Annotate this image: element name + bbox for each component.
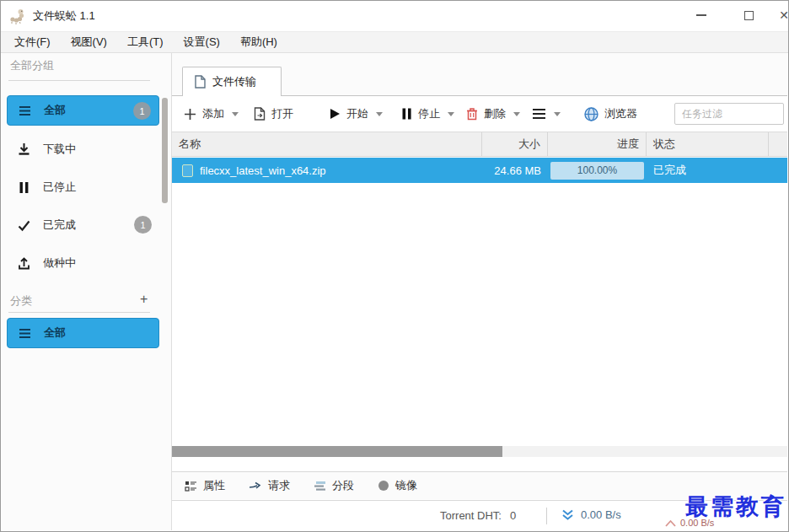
tab-label: 请求 bbox=[268, 478, 290, 493]
scrollbar-thumb[interactable] bbox=[172, 446, 502, 457]
chevron-down-icon bbox=[448, 112, 454, 116]
toolbar: 添加 打开 开始 停止 bbox=[172, 96, 787, 132]
tab-segments[interactable]: 分段 bbox=[314, 478, 354, 493]
sidebar-item-label: 做种中 bbox=[43, 255, 76, 271]
categories-header: 分类 bbox=[10, 293, 32, 309]
trash-icon bbox=[466, 107, 478, 121]
pause-icon bbox=[401, 108, 412, 120]
plus-icon bbox=[184, 108, 196, 121]
menu-file[interactable]: 文件(F) bbox=[8, 32, 59, 52]
menu-settings[interactable]: 设置(S) bbox=[177, 32, 228, 52]
dht-value: 0 bbox=[510, 509, 516, 522]
download-speed-status: 0.00 B/s bbox=[561, 508, 621, 521]
menu-help[interactable]: 帮助(H) bbox=[233, 32, 286, 52]
task-table: 名称 大小 进度 状态 filecxx_latest_win_x64.zip 2… bbox=[172, 132, 787, 446]
tab-properties[interactable]: 属性 bbox=[185, 478, 225, 493]
start-label: 开始 bbox=[346, 106, 368, 121]
add-label: 添加 bbox=[202, 106, 224, 121]
sidebar-item-completed[interactable]: 已完成 1 bbox=[7, 210, 159, 240]
groups-header: 全部分组 bbox=[10, 58, 54, 73]
menu-bar: 文件(F) 视图(V) 工具(T) 设置(S) 帮助(H) bbox=[1, 31, 788, 53]
maximize-button[interactable] bbox=[734, 1, 763, 30]
tab-label: 镜像 bbox=[395, 478, 417, 493]
tab-label: 属性 bbox=[203, 478, 225, 493]
window-title: 文件蜈蚣 1.1 bbox=[33, 8, 95, 24]
chevron-down-icon bbox=[513, 112, 520, 116]
column-name[interactable]: 名称 bbox=[172, 132, 482, 156]
table-header: 名称 大小 进度 状态 bbox=[172, 132, 787, 157]
column-status[interactable]: 状态 bbox=[647, 132, 769, 156]
sidebar-item-label: 已停止 bbox=[43, 180, 76, 195]
more-menu-button[interactable] bbox=[532, 108, 561, 120]
horizontal-scrollbar[interactable] bbox=[172, 446, 787, 457]
play-icon bbox=[329, 108, 341, 120]
delete-label: 删除 bbox=[484, 106, 506, 121]
download-speed-value: 0.00 B/s bbox=[581, 508, 621, 521]
completed-count-badge: 1 bbox=[134, 216, 152, 234]
document-icon bbox=[195, 75, 206, 89]
sidebar-item-label: 全部 bbox=[44, 103, 66, 118]
close-icon: ✕ bbox=[779, 8, 788, 22]
sidebar-scrollbar[interactable] bbox=[162, 98, 168, 203]
sidebar-item-label: 已完成 bbox=[43, 218, 76, 233]
progress-bar: 100.00% bbox=[550, 162, 644, 180]
table-row[interactable]: filecxx_latest_win_x64.zip 24.66 MB 100.… bbox=[172, 158, 787, 183]
column-size[interactable]: 大小 bbox=[482, 132, 548, 156]
sidebar-item-stopped[interactable]: 已停止 bbox=[7, 172, 159, 202]
minimize-button[interactable] bbox=[687, 1, 716, 30]
column-progress[interactable]: 进度 bbox=[548, 132, 647, 156]
groups-separator bbox=[8, 80, 150, 81]
sidebar-category-all[interactable]: 全部 bbox=[7, 318, 159, 348]
sidebar-item-downloading[interactable]: 下载中 bbox=[7, 134, 159, 164]
categories-separator bbox=[8, 312, 150, 313]
upload-icon bbox=[17, 256, 31, 271]
cell-name: filecxx_latest_win_x64.zip bbox=[172, 158, 482, 183]
file-type-icon bbox=[182, 164, 193, 177]
watermark-text: 最需教育 bbox=[685, 492, 786, 522]
cell-size: 24.66 MB bbox=[482, 158, 548, 183]
add-category-button[interactable]: + bbox=[140, 292, 148, 307]
delete-button[interactable]: 删除 bbox=[466, 106, 520, 121]
main-area: 文件传输 添加 打开 开始 bbox=[172, 53, 787, 530]
tab-mirrors[interactable]: 镜像 bbox=[378, 478, 417, 493]
chevron-down-icon bbox=[232, 112, 239, 116]
task-filter-input[interactable] bbox=[674, 103, 784, 125]
open-button[interactable]: 打开 bbox=[254, 106, 293, 121]
mirror-icon bbox=[378, 480, 389, 492]
menu-view[interactable]: 视图(V) bbox=[64, 32, 115, 52]
sidebar-item-seeding[interactable]: 做种中 bbox=[7, 248, 159, 278]
app-logo-icon bbox=[9, 8, 26, 24]
start-button[interactable]: 开始 bbox=[329, 106, 383, 121]
segments-icon bbox=[314, 481, 326, 492]
cell-status: 已完成 bbox=[647, 158, 769, 183]
stop-button[interactable]: 停止 bbox=[401, 106, 454, 121]
content-panel: 添加 打开 开始 停止 bbox=[172, 95, 787, 530]
tab-requests[interactable]: 请求 bbox=[249, 478, 290, 493]
torrent-dht-status: Torrent DHT: 0 bbox=[440, 509, 516, 522]
chevron-down-icon bbox=[554, 112, 561, 116]
tab-file-transfer[interactable]: 文件传输 bbox=[182, 67, 282, 96]
task-count-badge: 1 bbox=[133, 102, 151, 120]
tab-label: 文件传输 bbox=[212, 74, 256, 89]
menu-tools[interactable]: 工具(T) bbox=[121, 32, 172, 52]
globe-icon bbox=[584, 107, 598, 121]
maximize-icon bbox=[744, 11, 754, 20]
minimize-icon bbox=[696, 14, 706, 16]
properties-icon bbox=[185, 481, 197, 492]
pause-icon bbox=[17, 180, 31, 195]
tab-label: 分段 bbox=[332, 478, 354, 493]
column-extra bbox=[769, 132, 787, 156]
browser-button[interactable]: 浏览器 bbox=[584, 106, 637, 121]
chevron-up-icon bbox=[665, 519, 676, 527]
chevron-down-icon bbox=[376, 112, 383, 116]
sidebar-item-all-tasks[interactable]: 全部 1 bbox=[7, 95, 159, 126]
file-name: filecxx_latest_win_x64.zip bbox=[200, 164, 326, 177]
file-icon bbox=[254, 107, 266, 121]
list-icon bbox=[18, 326, 32, 341]
list-icon bbox=[18, 104, 32, 118]
dht-label: Torrent DHT: bbox=[440, 509, 502, 522]
app-window: 文件蜈蚣 1.1 ✕ 文件(F) 视图(V) 工具(T) 设置(S) 帮助(H)… bbox=[0, 0, 789, 532]
add-button[interactable]: 添加 bbox=[184, 106, 239, 121]
cell-progress: 100.00% bbox=[548, 159, 647, 183]
close-button[interactable]: ✕ bbox=[770, 1, 788, 30]
